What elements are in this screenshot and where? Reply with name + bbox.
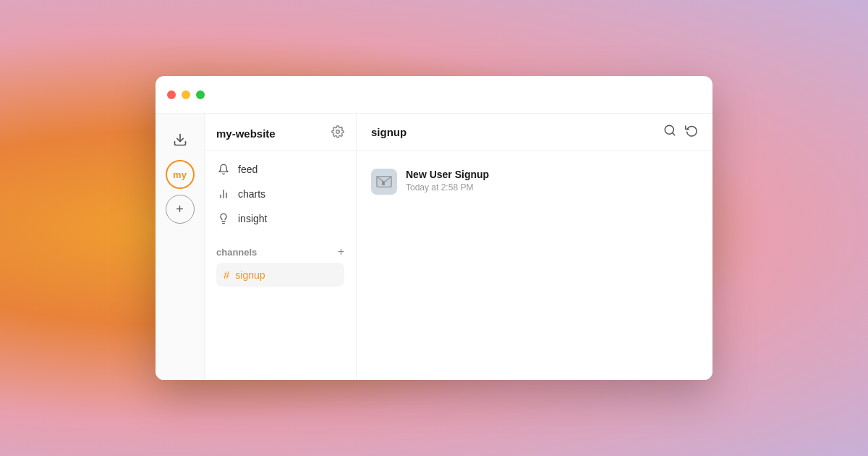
message-title: New User Signup [406, 169, 489, 180]
refresh-icon [685, 124, 698, 137]
content-actions [663, 124, 698, 140]
bell-icon [216, 164, 231, 175]
gear-icon[interactable] [331, 125, 344, 142]
avatar: E [371, 169, 397, 195]
nav-item-insight[interactable]: insight [205, 206, 356, 231]
add-workspace-button[interactable]: + [166, 195, 195, 224]
main-content: my + my-website [156, 114, 712, 380]
title-bar [156, 76, 712, 114]
nav-item-feed[interactable]: feed [205, 157, 356, 182]
svg-text:E: E [383, 182, 385, 185]
search-icon [663, 124, 676, 137]
content-area: signup [357, 114, 712, 380]
nav-item-charts-label: charts [238, 188, 265, 200]
icon-sidebar: my + [156, 114, 205, 380]
nav-item-insight-label: insight [238, 213, 267, 224]
nav-header: my-website [205, 114, 356, 151]
maximize-button[interactable] [196, 90, 205, 99]
traffic-lights [167, 90, 205, 99]
content-header: signup [357, 114, 712, 151]
workspace-button[interactable]: my [166, 160, 195, 189]
svg-point-1 [336, 130, 340, 134]
nav-item-charts[interactable]: charts [205, 182, 356, 206]
channels-section: channels + # signup [205, 237, 356, 292]
channel-label: signup [235, 269, 265, 281]
nav-panel: my-website fe [205, 114, 357, 380]
content-title: signup [371, 126, 407, 138]
messages-list: E New User Signup Today at 2:58 PM [357, 151, 712, 380]
envelope-icon: E [376, 175, 392, 188]
channels-label: channels [216, 247, 257, 258]
refresh-button[interactable] [685, 124, 698, 140]
channel-item-signup[interactable]: # signup [216, 263, 344, 287]
message-time: Today at 2:58 PM [406, 182, 489, 193]
bulb-icon [216, 213, 231, 224]
message-content: New User Signup Today at 2:58 PM [406, 169, 489, 193]
search-button[interactable] [663, 124, 676, 140]
table-row: E New User Signup Today at 2:58 PM [371, 163, 698, 200]
nav-items: feed charts [205, 151, 356, 237]
channels-header: channels + [216, 245, 344, 258]
minimize-button[interactable] [182, 90, 190, 99]
channel-hash-icon: # [224, 269, 229, 281]
download-button[interactable] [166, 125, 195, 154]
add-channel-button[interactable]: + [338, 245, 344, 258]
workspace-label: my [173, 169, 187, 180]
add-icon: + [176, 202, 184, 217]
close-button[interactable] [167, 90, 176, 99]
nav-title: my-website [216, 127, 276, 140]
nav-item-feed-label: feed [238, 164, 258, 175]
download-icon [173, 132, 187, 147]
app-window: my + my-website [156, 76, 712, 380]
chart-icon [216, 188, 231, 200]
svg-line-8 [672, 132, 674, 135]
